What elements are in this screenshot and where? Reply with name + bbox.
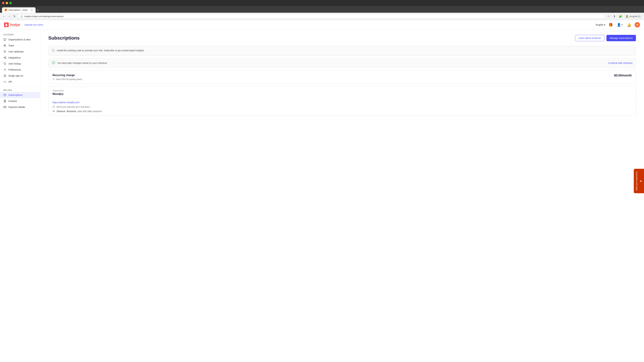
org-header: Organization Moodjoy (48, 87, 636, 98)
sidebar-item-api[interactable]: API (0, 79, 40, 85)
sso-icon (3, 74, 6, 77)
sidebar-item-sso[interactable]: Single sign-on (0, 73, 40, 79)
invoices-icon (3, 99, 6, 103)
observe-plan-type: Observe (56, 110, 66, 113)
success-icon (52, 61, 55, 65)
svg-point-12 (4, 69, 5, 70)
api-icon (3, 80, 6, 83)
user-attributes-label: User attributes (8, 50, 24, 53)
org-body: https://admin.shopify.com/ We've pre-sel… (48, 98, 636, 115)
logo-text: hotjar (10, 23, 20, 27)
svg-rect-13 (4, 76, 6, 77)
charge-title-group: Recurring charge 🏷 Save 20% by paying ye… (52, 74, 82, 80)
main-layout: Account Organizations & sites Team (0, 29, 644, 362)
preferences-icon (3, 68, 6, 71)
gifts-button[interactable]: 🎁 (608, 22, 614, 27)
sidebar-item-user-lookup[interactable]: User lookup (0, 61, 40, 67)
incognito-button[interactable]: 🕵 Incognito (2) (624, 14, 642, 18)
subscriptions-icon (3, 93, 6, 96)
team-label: Team (8, 44, 14, 47)
new-tab-button[interactable]: + (36, 8, 40, 13)
sidebar: Account Organizations & sites Team (0, 29, 40, 113)
browser-nav: ← → ↻ insights.hotjar.com/settings/subsc… (0, 13, 644, 20)
learn-about-products-button[interactable]: Learn about products (575, 35, 604, 41)
sso-label: Single sign-on (8, 74, 23, 77)
refresh-button[interactable]: ↻ (13, 14, 16, 18)
success-text: You have plan changes saved on your chec… (57, 62, 606, 64)
continue-with-checkout-link[interactable]: Continue with checkout (608, 62, 632, 64)
download-button[interactable]: ⬇ (612, 14, 616, 18)
language-label: English (596, 23, 604, 26)
svg-rect-0 (21, 16, 23, 17)
manage-subscriptions-button[interactable]: Manage subscriptions (606, 35, 636, 41)
header-buttons: Learn about products Manage subscription… (575, 35, 636, 41)
rate-experience-text: Rate your experience (636, 171, 638, 191)
svg-point-7 (5, 58, 6, 59)
observe-plan: 👁 Observe Business plan 500 daily sessio… (52, 110, 632, 113)
org-site-link[interactable]: https://admin.shopify.com/ (52, 101, 632, 104)
alert-banner: Install the tracking code to activate yo… (48, 46, 636, 56)
tab-close-button[interactable]: ✕ (31, 9, 33, 11)
tab-title: Subscriptions - Hotjar (8, 9, 30, 11)
sidebar-item-organizations[interactable]: Organizations & sites (0, 36, 40, 42)
forward-button[interactable]: → (8, 14, 12, 18)
main-content: Subscriptions Learn about products Manag… (40, 29, 644, 362)
observe-plan-tier: Business (67, 110, 76, 113)
svg-point-5 (5, 56, 6, 57)
integrations-label: Integrations (8, 56, 21, 59)
app-container: hotjar Upgrade your plans English ▾ 🎁 👤+… (0, 20, 644, 362)
team-icon (3, 44, 6, 47)
sidebar-item-user-attributes[interactable]: User attributes (0, 49, 40, 55)
integrations-icon (3, 56, 6, 59)
sidebar-item-preferences[interactable]: Preferences (0, 67, 40, 73)
svg-rect-2 (4, 38, 6, 40)
bookmark-button[interactable]: ☆ (606, 14, 611, 18)
sidebar-item-payment-details[interactable]: Payment details (0, 104, 40, 110)
alert-text: Install the tracking code to activate yo… (57, 49, 144, 52)
maximize-window-button[interactable] (10, 2, 12, 4)
sidebar-item-integrations[interactable]: Integrations (0, 55, 40, 61)
hotjar-logo-icon (4, 22, 9, 27)
recurring-charge-card: Recurring charge 🏷 Save 20% by paying ye… (48, 70, 636, 84)
svg-rect-17 (4, 106, 6, 108)
minimize-window-button[interactable] (6, 2, 8, 4)
rate-experience-sidebar[interactable]: ★ Rate your experience (634, 169, 644, 193)
payment-details-label: Payment details (8, 106, 25, 108)
sidebar-item-subscriptions[interactable]: Subscriptions (0, 92, 40, 98)
extensions-button[interactable]: 🧩 (618, 14, 623, 18)
active-tab[interactable]: 🔥 Subscriptions - Hotjar ✕ (2, 7, 36, 13)
invoices-label: Invoices (8, 100, 17, 102)
svg-rect-14 (4, 94, 6, 96)
observe-icon: 👁 (52, 110, 55, 113)
sidebar-item-invoices[interactable]: Invoices (0, 98, 40, 104)
avatar[interactable]: H (634, 22, 640, 27)
org-label: Organization (52, 89, 632, 92)
app-logo[interactable]: hotjar (4, 22, 20, 27)
charge-amount: $0.00/month (614, 74, 632, 77)
page-title: Subscriptions (48, 35, 575, 41)
window-controls[interactable] (2, 2, 12, 4)
sidebar-wrapper: Account Organizations & sites Team (0, 29, 40, 362)
subscriptions-label: Subscriptions (8, 94, 22, 96)
browser-titlebar (0, 0, 644, 6)
header-actions: English ▾ 🎁 👤+ 🔔 H (596, 22, 640, 27)
svg-point-10 (4, 63, 6, 64)
api-label: API (8, 80, 12, 83)
svg-point-4 (4, 51, 5, 51)
notifications-button[interactable]: 🔔 (626, 22, 632, 27)
user-lookup-icon (3, 62, 6, 65)
sidebar-item-team[interactable]: Team (0, 42, 40, 49)
language-selector[interactable]: English ▾ (596, 23, 605, 26)
close-window-button[interactable] (2, 2, 4, 4)
add-user-button[interactable]: 👤+ (616, 22, 624, 27)
charge-title: Recurring charge (52, 74, 82, 77)
upgrade-link[interactable]: Upgrade your plans (24, 23, 43, 26)
organizations-icon (3, 38, 6, 41)
organizations-label: Organizations & sites (8, 38, 30, 41)
back-button[interactable]: ← (2, 14, 6, 18)
success-banner: You have plan changes saved on your chec… (48, 58, 636, 67)
address-bar[interactable]: insights.hotjar.com/settings/subscriptio… (18, 14, 605, 18)
user-lookup-label: User lookup (8, 62, 21, 65)
app-header: hotjar Upgrade your plans English ▾ 🎁 👤+… (0, 20, 644, 29)
page-header: Subscriptions Learn about products Manag… (48, 35, 636, 41)
